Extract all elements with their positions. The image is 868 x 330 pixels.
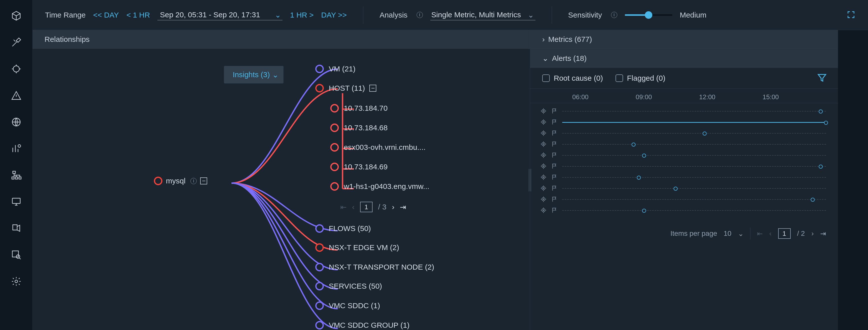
metrics-header[interactable]: › Metrics (677) [530, 30, 838, 49]
graph-branch-node[interactable]: HOST (11)− [315, 84, 376, 92]
alert-point[interactable] [703, 132, 707, 136]
alert-point[interactable] [642, 154, 646, 158]
flag-icon[interactable] [551, 196, 558, 203]
target-icon[interactable] [540, 119, 547, 126]
alert-timeline[interactable] [562, 166, 826, 167]
nav-tools-icon[interactable] [10, 36, 22, 48]
nav-globe-icon[interactable] [10, 116, 22, 128]
nav-alert-icon[interactable] [10, 90, 22, 101]
page-next-icon[interactable]: › [392, 203, 394, 211]
target-icon[interactable] [540, 152, 547, 159]
graph-branch-node[interactable]: NSX-T EDGE VM (2) [315, 243, 399, 252]
nav-target-icon[interactable] [10, 63, 22, 75]
nav-pin-icon[interactable] [10, 222, 22, 234]
nav-day-next[interactable]: DAY >> [321, 11, 347, 19]
filter-icon[interactable] [817, 73, 827, 84]
nav-search-box-icon[interactable] [10, 249, 22, 260]
alert-timeline[interactable] [562, 111, 826, 111]
nav-settings-icon[interactable] [10, 276, 22, 287]
alert-timeline[interactable] [562, 177, 826, 178]
alert-timeline[interactable] [562, 155, 826, 156]
info-icon[interactable]: i [190, 178, 197, 184]
nav-analytics-icon[interactable] [10, 143, 22, 154]
page-current-input[interactable] [778, 228, 791, 239]
svg-point-28 [543, 199, 544, 199]
graph-leaf-node[interactable]: 10.73.184.70 [330, 104, 388, 112]
target-icon[interactable] [540, 174, 547, 181]
flag-icon[interactable] [551, 108, 558, 115]
alert-timeline[interactable] [562, 144, 826, 144]
alert-point[interactable] [674, 187, 678, 191]
nav-day-prev[interactable]: << DAY [93, 11, 119, 19]
insights-chip[interactable]: Insights (3) ⌄ [224, 66, 283, 83]
flag-icon[interactable] [551, 207, 558, 214]
info-icon[interactable]: i [416, 12, 423, 18]
graph-branch-node[interactable]: VMC SDDC GROUP (1) [315, 321, 410, 330]
flag-icon[interactable] [551, 141, 558, 148]
flag-icon[interactable] [551, 174, 558, 181]
target-icon[interactable] [540, 108, 547, 115]
flag-icon[interactable] [551, 119, 558, 126]
graph-root-node[interactable]: mysql i − [154, 177, 207, 185]
target-icon[interactable] [540, 163, 547, 170]
alert-point[interactable] [811, 198, 815, 202]
target-icon[interactable] [540, 185, 547, 192]
alert-point[interactable] [819, 165, 823, 169]
items-per-page-value[interactable]: 10 [724, 229, 732, 238]
collapse-icon[interactable]: − [200, 177, 207, 185]
alert-timeline[interactable] [562, 133, 826, 134]
alert-point[interactable] [637, 176, 641, 180]
graph-leaf-node[interactable]: esx003-ovh.vrni.cmbu.... [330, 143, 426, 152]
resize-handle[interactable] [529, 169, 532, 191]
graph-leaf-node[interactable]: w1-hs1-g0403.eng.vmw... [330, 182, 429, 191]
metrics-label: Metrics (677) [548, 35, 592, 44]
flag-icon[interactable] [551, 163, 558, 170]
alert-timeline[interactable] [562, 210, 826, 211]
relationship-graph[interactable]: Insights (3) ⌄ mysql i − VM (21) HOST (1… [33, 49, 530, 330]
page-last-icon[interactable]: ⇥ [820, 229, 826, 238]
alert-point[interactable] [642, 209, 646, 213]
graph-branch-node[interactable]: NSX-T TRANSPORT NODE (2) [315, 263, 434, 271]
target-icon[interactable] [540, 196, 547, 203]
collapse-icon[interactable]: − [369, 85, 376, 92]
flag-icon[interactable] [551, 130, 558, 137]
time-range-input[interactable]: Sep 20, 05:31 - Sep 20, 17:31 ⌄ [157, 9, 282, 20]
nav-hr-next[interactable]: 1 HR > [290, 11, 313, 19]
graph-leaf-node[interactable]: 10.73.184.68 [330, 123, 388, 132]
page-next-icon[interactable]: › [811, 229, 814, 238]
fullscreen-icon[interactable] [846, 10, 856, 20]
flag-icon[interactable] [551, 152, 558, 159]
target-icon[interactable] [540, 130, 547, 137]
page-last-icon[interactable]: ⇥ [400, 203, 406, 212]
flagged-checkbox[interactable]: Flagged (0) [616, 74, 665, 82]
sensitivity-slider[interactable] [625, 14, 672, 16]
graph-branch-node[interactable]: FLOWS (50) [315, 224, 371, 233]
page-first-icon[interactable]: ⇤ [757, 229, 763, 238]
page-prev-icon[interactable]: ‹ [352, 203, 354, 211]
page-first-icon[interactable]: ⇤ [340, 203, 346, 212]
alert-point[interactable] [631, 143, 636, 146]
target-icon[interactable] [540, 207, 547, 214]
page-prev-icon[interactable]: ‹ [769, 229, 771, 238]
alerts-header[interactable]: ⌄ Alerts (18) [530, 49, 838, 68]
page-current-input[interactable] [360, 202, 373, 212]
nav-hr-prev[interactable]: < 1 HR [126, 11, 150, 19]
alert-point[interactable] [824, 121, 828, 125]
nav-monitor-icon[interactable] [10, 196, 22, 208]
graph-branch-node[interactable]: VM (21) [315, 65, 355, 73]
nav-topology-icon[interactable] [10, 169, 22, 181]
root-cause-checkbox[interactable]: Root cause (0) [542, 74, 603, 82]
flag-icon[interactable] [551, 185, 558, 192]
graph-branch-node[interactable]: SERVICES (50) [315, 282, 382, 291]
target-icon[interactable] [540, 141, 547, 148]
nav-cube-icon[interactable] [10, 10, 22, 22]
alert-timeline[interactable] [562, 188, 826, 189]
graph-branch-node[interactable]: VMC SDDC (1) [315, 301, 380, 310]
alert-point[interactable] [819, 110, 823, 113]
chevron-down-icon[interactable]: ⌄ [738, 229, 744, 238]
info-icon[interactable]: i [611, 12, 617, 18]
graph-leaf-node[interactable]: 10.73.184.69 [330, 163, 388, 171]
alert-timeline[interactable] [562, 122, 826, 123]
alert-timeline[interactable] [562, 199, 826, 200]
analysis-select[interactable]: Single Metric, Multi Metrics ⌄ [430, 9, 535, 20]
